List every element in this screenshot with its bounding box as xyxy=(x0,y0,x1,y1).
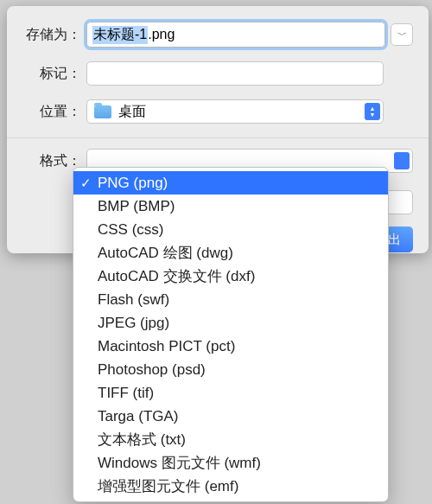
checkmark-icon: ✓ xyxy=(80,175,92,191)
format-option-label: JPEG (jpg) xyxy=(98,315,169,332)
save-as-label: 存储为： xyxy=(22,26,81,44)
format-option-label: PNG (png) xyxy=(98,175,168,192)
format-option[interactable]: AutoCAD 交换文件 (dxf) xyxy=(73,265,388,288)
location-select[interactable]: 桌面 ▲▼ xyxy=(86,99,384,124)
location-value: 桌面 xyxy=(118,103,146,121)
tags-row: 标记： xyxy=(22,61,413,86)
format-option[interactable]: 增强型图元文件 (emf) xyxy=(73,475,388,498)
format-option-label: AutoCAD 交换文件 (dxf) xyxy=(98,266,255,286)
format-option[interactable]: Photoshop (psd) xyxy=(73,358,388,381)
folder-icon xyxy=(94,105,111,118)
format-option-label: AutoCAD 绘图 (dwg) xyxy=(98,243,233,263)
format-option-label: Windows 图元文件 (wmf) xyxy=(98,453,261,473)
format-option[interactable]: BMP (BMP) xyxy=(73,195,388,218)
format-label: 格式： xyxy=(22,152,81,170)
format-option-label: 增强型图元文件 (emf) xyxy=(98,476,238,496)
location-label: 位置： xyxy=(22,103,81,121)
filename-extension: .png xyxy=(148,27,175,42)
tags-wrap xyxy=(86,61,413,86)
chevron-down-icon: ﹀ xyxy=(397,29,407,41)
format-option[interactable]: TIFF (tif) xyxy=(73,381,388,405)
format-option-label: Macintosh PICT (pct) xyxy=(98,338,235,355)
updown-arrows-icon xyxy=(394,152,410,169)
format-option[interactable]: ✓PNG (png) xyxy=(73,171,388,195)
location-wrap: 桌面 ▲▼ xyxy=(86,99,413,124)
tags-label: 标记： xyxy=(22,65,81,83)
format-option[interactable]: 文本格式 (txt) xyxy=(73,428,388,451)
filename-selected-text: 未标题-1 xyxy=(92,26,148,44)
format-option[interactable]: CSS (css) xyxy=(73,218,388,241)
format-option[interactable]: Targa (TGA) xyxy=(73,405,388,428)
format-option[interactable]: Flash (swf) xyxy=(73,288,388,311)
tags-input[interactable] xyxy=(86,61,384,86)
filename-input[interactable]: 未标题-1.png xyxy=(86,22,385,48)
expand-button[interactable]: ﹀ xyxy=(391,23,413,46)
format-option-label: TIFF (tif) xyxy=(98,385,154,402)
format-option-label: Flash (swf) xyxy=(98,291,169,309)
updown-arrows-icon: ▲▼ xyxy=(365,103,380,120)
format-option[interactable]: Windows 图元文件 (wmf) xyxy=(73,451,388,475)
format-option-label: Photoshop (psd) xyxy=(98,361,206,379)
divider xyxy=(7,137,429,138)
format-option-label: Targa (TGA) xyxy=(98,408,179,425)
format-dropdown: ✓PNG (png)BMP (BMP)CSS (css)AutoCAD 绘图 (… xyxy=(73,167,389,502)
format-option-label: 文本格式 (txt) xyxy=(98,430,186,450)
format-option[interactable]: JPEG (jpg) xyxy=(73,311,388,335)
save-as-row: 存储为： 未标题-1.png ﹀ xyxy=(22,22,413,48)
format-option[interactable]: AutoCAD 绘图 (dwg) xyxy=(73,241,388,265)
location-row: 位置： 桌面 ▲▼ xyxy=(22,99,413,124)
format-option-label: CSS (css) xyxy=(98,221,164,239)
format-option-label: BMP (BMP) xyxy=(98,198,175,215)
filename-wrap: 未标题-1.png ﹀ xyxy=(86,22,413,48)
format-option[interactable]: Macintosh PICT (pct) xyxy=(73,335,388,358)
